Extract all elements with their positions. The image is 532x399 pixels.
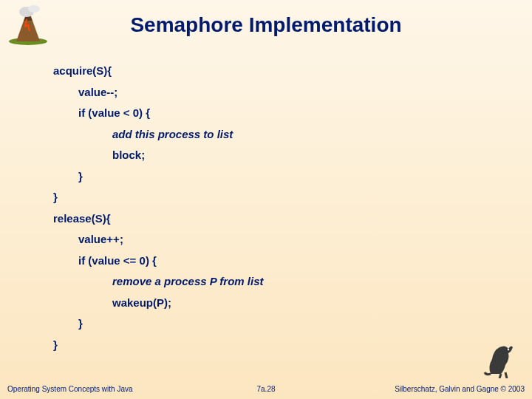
- code-line: }: [53, 313, 264, 335]
- code-line: }: [53, 166, 264, 188]
- code-line: block;: [53, 145, 264, 166]
- code-block: acquire(S){ value--; if (value < 0) { ad…: [53, 61, 264, 355]
- page-title: Semaphore Implementation: [0, 0, 532, 44]
- svg-point-5: [508, 349, 509, 350]
- dinosaur-icon: [483, 337, 519, 378]
- footer-copyright: Silberschatz, Galvin and Gagne © 2003: [395, 385, 525, 393]
- code-line: value++;: [53, 229, 264, 250]
- svg-point-4: [28, 5, 40, 13]
- code-line: remove a process P from list: [53, 271, 264, 293]
- svg-marker-1: [16, 21, 40, 41]
- code-line: add this process to list: [53, 124, 264, 146]
- code-line: if (value < 0) {: [53, 103, 264, 124]
- volcano-icon: [6, 4, 50, 45]
- code-line: value--;: [53, 82, 264, 103]
- code-line: }: [53, 335, 264, 356]
- code-line: if (value <= 0) {: [53, 250, 264, 272]
- code-line: wakeup(P);: [53, 293, 264, 314]
- footer-left: Operating System Concepts with Java: [7, 385, 133, 393]
- code-line: }: [53, 187, 264, 208]
- code-line: acquire(S){: [53, 61, 264, 82]
- code-line: release(S){: [53, 208, 264, 230]
- footer-page-number: 7a.28: [256, 385, 275, 393]
